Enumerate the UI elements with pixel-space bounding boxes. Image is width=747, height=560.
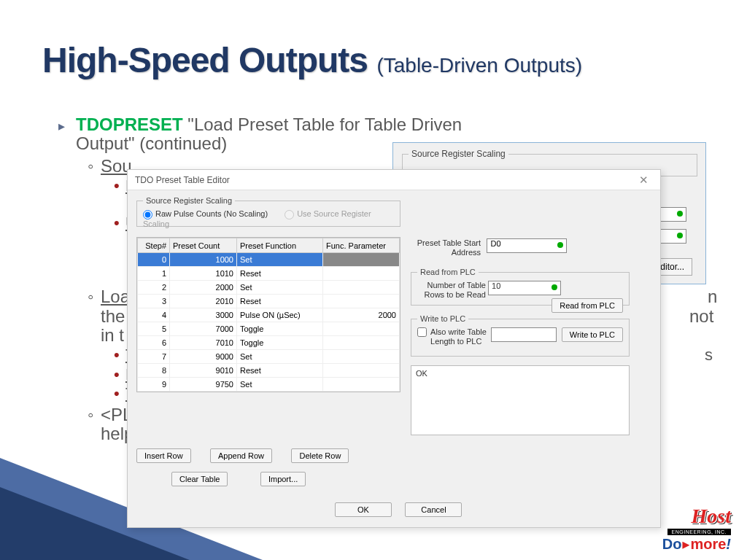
insert-row-button[interactable]: Insert Row [136, 448, 191, 463]
title-main: High-Speed Outputs [42, 41, 368, 79]
table-row[interactable]: 99750Set [138, 378, 400, 392]
preset-addr-input[interactable]: D0 [487, 238, 567, 253]
valid-dot-icon [551, 284, 557, 290]
radio-raw-input[interactable] [143, 210, 152, 219]
write-cb-label: Also write Table Length to PLC [430, 327, 489, 346]
bg-source-scaling-legend: Source Register Scaling [409, 149, 508, 159]
read-rows-input[interactable]: 10 [488, 281, 561, 295]
col-step[interactable]: Step# [138, 238, 170, 253]
valid-dot-icon [557, 242, 563, 248]
slide-title: High-Speed Outputs (Table-Driven Outputs… [42, 40, 582, 80]
play-icon [682, 542, 689, 549]
read-from-plc-button[interactable]: Read from PLC [551, 298, 623, 313]
table-action-buttons: Clear Table Import... [171, 472, 335, 486]
dialog-titlebar[interactable]: TDO Preset Table Editor ✕ [128, 170, 660, 190]
close-icon[interactable]: ✕ [632, 170, 654, 190]
radio-raw-pulse[interactable]: Raw Pulse Counts (No Scaling) [143, 209, 268, 218]
read-rows-label: Number of Table Rows to be Read [417, 281, 486, 300]
write-length-input[interactable] [491, 327, 557, 342]
dialog-title-text: TDO Preset Table Editor [135, 175, 230, 185]
read-legend: Read from PLC [417, 268, 479, 276]
preset-start-address-field: Preset Table Start Address D0 [412, 238, 646, 257]
col-count[interactable]: Preset Count [170, 238, 237, 253]
tdo-preset-editor-dialog: TDO Preset Table Editor ✕ Source Registe… [127, 169, 661, 528]
radio-srs-input [285, 210, 294, 219]
domore-logo: Domore! [662, 536, 731, 553]
keyword-tdopreset: TDOPRESET [76, 114, 183, 134]
host-logo: Host [692, 505, 731, 528]
table-header-row: Step# Preset Count Preset Function Func.… [138, 238, 400, 253]
write-legend: Write to PLC [417, 314, 468, 323]
write-to-plc-fieldset: Write to PLC Also write Table Length to … [411, 314, 630, 357]
status-textarea[interactable]: OK [411, 365, 630, 435]
col-func[interactable]: Preset Function [237, 238, 323, 253]
preset-addr-label: Preset Table Start Address [412, 238, 481, 257]
host-engineering-tag: ENGINEERING, INC. [667, 529, 731, 535]
table-row[interactable]: 67010Toggle [138, 336, 400, 350]
table-row[interactable]: 11010Reset [138, 267, 400, 281]
append-row-button[interactable]: Append Row [210, 448, 272, 463]
table-row[interactable]: 79000Set [138, 350, 400, 364]
clear-table-button[interactable]: Clear Table [171, 472, 228, 486]
also-write-length-checkbox[interactable] [417, 327, 427, 337]
title-sub: (Table-Driven Outputs) [376, 54, 582, 77]
table-row[interactable]: 57000Toggle [138, 322, 400, 336]
delete-row-button[interactable]: Delete Row [291, 448, 349, 463]
read-from-plc-fieldset: Read from PLC Number of Table Rows to be… [411, 268, 630, 306]
source-register-scaling-fieldset: Source Register Scaling Raw Pulse Counts… [136, 196, 400, 227]
cancel-button[interactable]: Cancel [405, 502, 462, 517]
src-scale-legend: Source Register Scaling [143, 196, 235, 205]
table-row[interactable]: 32010Reset [138, 295, 400, 308]
status-text: OK [416, 369, 427, 378]
table-row[interactable]: 22000Set [138, 281, 400, 295]
table-row[interactable]: 43000Pulse ON (µSec)2000 [138, 308, 400, 322]
ok-button[interactable]: OK [335, 502, 392, 517]
table-row[interactable]: 01000Set [138, 253, 400, 267]
table-row[interactable]: 89010Reset [138, 364, 400, 378]
dialog-confirm-buttons: OK Cancel [335, 502, 472, 517]
col-param[interactable]: Func. Parameter [323, 238, 400, 253]
valid-dot-icon [677, 233, 683, 238]
import-button[interactable]: Import... [260, 472, 306, 486]
valid-dot-icon [677, 211, 683, 217]
preset-table[interactable]: Step# Preset Count Preset Function Func.… [136, 237, 400, 392]
write-to-plc-button[interactable]: Write to PLC [562, 327, 623, 342]
row-edit-buttons: Insert Row Append Row Delete Row [136, 448, 400, 463]
